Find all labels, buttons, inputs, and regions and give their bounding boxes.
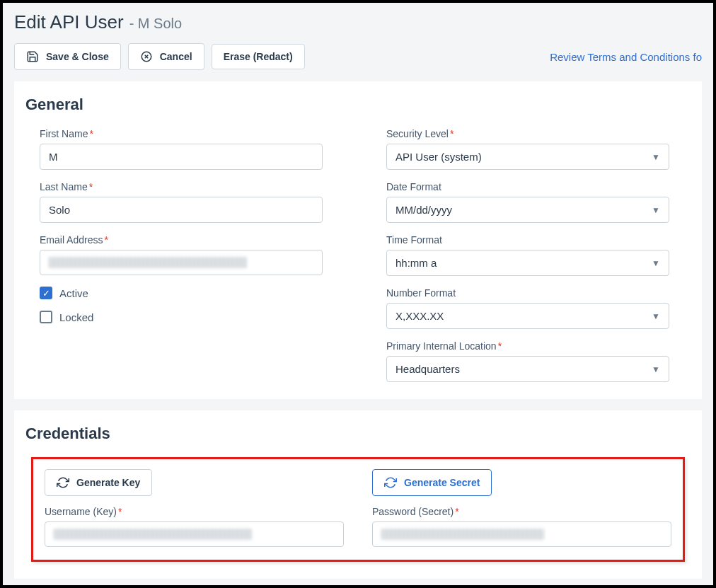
save-close-button[interactable]: Save & Close [14,43,121,70]
time-format-field: Time Format hh:mm a ▼ [386,234,691,276]
last-name-field: Last Name* [40,181,344,223]
date-format-value: MM/dd/yyyy [395,204,452,216]
chevron-down-icon: ▼ [652,258,660,268]
chevron-down-icon: ▼ [652,152,660,162]
date-format-field: Date Format MM/dd/yyyy ▼ [386,181,691,223]
general-panel: General First Name* Last Name* Email Add… [14,81,702,399]
page-title-main: Edit API User [14,11,124,33]
active-label: Active [59,287,88,299]
email-input[interactable] [40,250,323,275]
username-input[interactable] [45,521,344,547]
primary-location-value: Headquarters [395,363,460,375]
chevron-down-icon: ▼ [652,311,660,321]
date-format-select[interactable]: MM/dd/yyyy ▼ [386,197,669,223]
locked-checkbox[interactable] [40,311,52,323]
security-level-value: API User (system) [395,151,482,163]
username-field: Username (Key)* [45,506,344,547]
credentials-title: Credentials [25,425,691,443]
cancel-icon [140,50,153,63]
number-format-field: Number Format X,XXX.XX ▼ [386,287,691,329]
time-format-value: hh:mm a [395,257,437,269]
password-label: Password (Secret)* [372,506,671,517]
number-format-select[interactable]: X,XXX.XX ▼ [386,303,669,329]
generate-secret-label: Generate Secret [404,477,480,488]
locked-label: Locked [59,311,93,323]
page-title-sub: - M Solo [129,16,182,32]
locked-checkbox-row: Locked [40,311,344,323]
number-format-value: X,XXX.XX [395,310,444,322]
generate-key-button[interactable]: Generate Key [45,469,152,496]
password-field: Password (Secret)* [372,506,671,547]
email-label: Email Address* [40,234,344,246]
save-close-label: Save & Close [46,51,109,62]
refresh-icon [57,476,69,489]
chevron-down-icon: ▼ [652,364,660,374]
generate-secret-button[interactable]: Generate Secret [372,469,492,496]
erase-button[interactable]: Erase (Redact) [212,44,305,69]
credentials-highlight-box: Generate Key Username (Key)* Generate Se… [31,457,685,562]
time-format-select[interactable]: hh:mm a ▼ [386,250,669,276]
security-level-label: Security Level* [386,128,691,139]
toolbar: Save & Close Cancel Erase (Redact) Revie… [14,43,702,70]
first-name-label: First Name* [40,128,344,139]
general-title: General [25,96,691,114]
username-label: Username (Key)* [45,506,344,517]
time-format-label: Time Format [386,234,691,246]
last-name-input[interactable] [40,197,323,223]
number-format-label: Number Format [386,287,691,299]
primary-location-field: Primary Internal Location* Headquarters … [386,340,691,382]
credentials-panel: Credentials Generate Key Username (Key)* [14,410,702,579]
generate-key-label: Generate Key [76,477,140,488]
active-checkbox[interactable]: ✓ [40,287,52,299]
date-format-label: Date Format [386,181,691,192]
erase-label: Erase (Redact) [224,51,293,62]
refresh-icon [384,476,397,489]
password-input[interactable] [372,521,671,547]
cancel-label: Cancel [160,51,192,62]
terms-link[interactable]: Review Terms and Conditions fo [550,51,702,63]
save-icon [26,50,39,63]
page-title: Edit API User - M Solo [14,11,702,33]
cancel-button[interactable]: Cancel [128,43,204,70]
last-name-label: Last Name* [40,181,344,192]
email-field: Email Address* [40,234,344,275]
primary-location-label: Primary Internal Location* [386,340,691,352]
first-name-input[interactable] [40,144,323,170]
security-level-field: Security Level* API User (system) ▼ [386,128,691,170]
security-level-select[interactable]: API User (system) ▼ [386,144,669,170]
primary-location-select[interactable]: Headquarters ▼ [386,356,669,382]
first-name-field: First Name* [40,128,344,170]
chevron-down-icon: ▼ [652,205,660,215]
active-checkbox-row: ✓ Active [40,287,344,299]
